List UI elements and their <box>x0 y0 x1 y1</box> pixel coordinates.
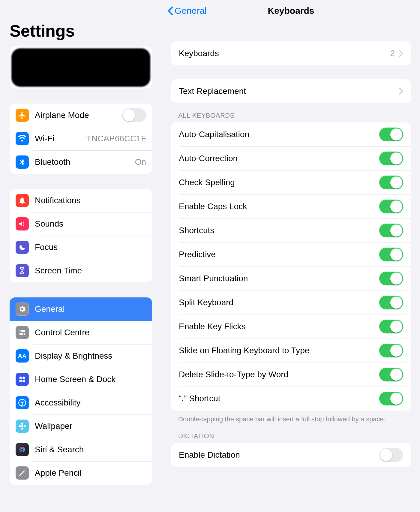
keyboards-count: 2 <box>390 49 395 58</box>
keyflicks-switch[interactable] <box>379 320 403 333</box>
keyboards-group: Keyboards 2 <box>171 41 411 65</box>
display-label: Display & Brightness <box>35 351 146 361</box>
pencil-icon <box>16 466 29 480</box>
svg-rect-5 <box>22 377 25 379</box>
focus-label: Focus <box>35 242 146 252</box>
autocap-switch[interactable] <box>379 128 403 141</box>
deleteslide-switch[interactable] <box>379 368 403 381</box>
enable-dictation-switch[interactable] <box>379 448 403 462</box>
dictation-group: Enable Dictation <box>171 443 411 467</box>
settings-sidebar: Settings Airplane Mode Wi-Fi TNCAP66CC1F… <box>0 0 162 512</box>
enable-dictation-row: Enable Dictation <box>171 443 411 467</box>
bluetooth-icon <box>16 155 29 169</box>
back-label: General <box>175 6 207 16</box>
smartpunc-label: Smart Punctuation <box>179 274 379 283</box>
autocorr-switch[interactable] <box>379 152 403 165</box>
enable-dictation-label: Enable Dictation <box>179 450 379 460</box>
text-replacement-row[interactable]: Text Replacement <box>171 79 411 103</box>
wifi-icon <box>16 132 29 145</box>
split-label: Split Keyboard <box>179 298 379 307</box>
split-switch[interactable] <box>379 296 403 309</box>
sidebar-item-display[interactable]: AA Display & Brightness <box>10 344 152 368</box>
sidebar-item-notifications[interactable]: Notifications <box>10 189 152 212</box>
svg-point-10 <box>21 425 23 427</box>
keyboards-row[interactable]: Keyboards 2 <box>171 41 411 65</box>
back-button[interactable]: General <box>167 6 207 16</box>
sidebar-item-accessibility[interactable]: Accessibility <box>10 391 152 414</box>
general-label: General <box>35 304 146 314</box>
sounds-label: Sounds <box>35 219 146 229</box>
airplane-switch[interactable] <box>122 108 146 122</box>
shortcuts-row: Shortcuts <box>171 218 411 242</box>
display-icon: AA <box>16 349 29 363</box>
predictive-switch[interactable] <box>379 248 403 261</box>
dotshortcut-switch[interactable] <box>379 392 403 405</box>
svg-point-3 <box>23 333 24 335</box>
shortcuts-switch[interactable] <box>379 224 403 237</box>
svg-point-16 <box>21 448 23 451</box>
applepencil-label: Apple Pencil <box>35 468 146 478</box>
moon-icon <box>16 241 29 254</box>
spell-switch[interactable] <box>379 176 403 189</box>
siri-icon <box>16 443 29 456</box>
autocap-label: Auto-Capitalisation <box>179 130 379 139</box>
wallpaper-label: Wallpaper <box>35 421 146 431</box>
deleteslide-row: Delete Slide-to-Type by Word <box>171 363 411 387</box>
controlcentre-label: Control Centre <box>35 328 146 337</box>
slidefloat-label: Slide on Floating Keyboard to Type <box>179 346 379 355</box>
sidebar-item-airplane[interactable]: Airplane Mode <box>10 104 152 127</box>
slidefloat-switch[interactable] <box>379 344 403 357</box>
chevron-right-icon <box>399 50 403 57</box>
sidebar-item-homescreen[interactable]: Home Screen & Dock <box>10 368 152 391</box>
autocorr-label: Auto-Correction <box>179 154 379 163</box>
sidebar-item-controlcentre[interactable]: Control Centre <box>10 321 152 344</box>
sidebar-item-wallpaper[interactable]: Wallpaper <box>10 414 152 438</box>
slidefloat-row: Slide on Floating Keyboard to Type <box>171 339 411 363</box>
accessibility-icon <box>16 396 29 409</box>
sidebar-item-applepencil[interactable]: Apple Pencil <box>10 461 152 485</box>
flower-icon <box>16 420 29 433</box>
accessibility-label: Accessibility <box>35 398 146 408</box>
sidebar-item-general[interactable]: General <box>10 297 152 321</box>
deleteslide-label: Delete Slide-to-Type by Word <box>179 370 379 379</box>
autocorr-row: Auto-Correction <box>171 146 411 170</box>
wifi-value: TNCAP66CC1F <box>86 134 146 143</box>
spell-label: Check Spelling <box>179 178 379 187</box>
sidebar-item-focus[interactable]: Focus <box>10 236 152 259</box>
wifi-label: Wi-Fi <box>35 134 86 143</box>
detail-content: Keyboards 2 Text Replacement ALL KEYBOAR… <box>162 22 420 485</box>
hourglass-icon <box>16 264 29 277</box>
homescreen-label: Home Screen & Dock <box>35 375 146 384</box>
dictation-header: DICTATION <box>178 432 411 440</box>
capslock-switch[interactable] <box>379 200 403 213</box>
bell-icon <box>16 194 29 207</box>
all-keyboards-group: Auto-CapitalisationAuto-CorrectionCheck … <box>171 122 411 411</box>
svg-point-9 <box>22 400 23 402</box>
sidebar-item-wifi[interactable]: Wi-Fi TNCAP66CC1F <box>10 127 152 150</box>
sidebar-item-screentime[interactable]: Screen Time <box>10 259 152 282</box>
siri-label: Siri & Search <box>35 445 146 454</box>
dotshortcut-row: “.” Shortcut <box>171 387 411 411</box>
profile-card[interactable] <box>10 47 152 89</box>
svg-point-11 <box>21 423 23 425</box>
screentime-label: Screen Time <box>35 266 146 276</box>
keyboards-label: Keyboards <box>179 49 390 58</box>
airplane-label: Airplane Mode <box>35 110 122 120</box>
bluetooth-value: On <box>135 157 146 167</box>
spell-row: Check Spelling <box>171 170 411 194</box>
smartpunc-switch[interactable] <box>379 272 403 285</box>
svg-rect-7 <box>22 380 25 382</box>
shortcuts-label: Shortcuts <box>179 226 379 235</box>
notifications-label: Notifications <box>35 196 146 205</box>
sidebar-item-bluetooth[interactable]: Bluetooth On <box>10 150 152 174</box>
keyflicks-label: Enable Key Flicks <box>179 322 379 331</box>
settings-title: Settings <box>10 21 152 41</box>
text-replacement-label: Text Replacement <box>179 86 399 96</box>
svg-rect-4 <box>20 377 22 379</box>
dot-shortcut-footer: Double-tapping the space bar will insert… <box>178 415 404 424</box>
sidebar-item-sounds[interactable]: Sounds <box>10 212 152 236</box>
sidebar-item-siri[interactable]: Siri & Search <box>10 438 152 461</box>
svg-point-12 <box>21 428 23 430</box>
autocap-row: Auto-Capitalisation <box>171 122 411 146</box>
chevron-left-icon <box>167 6 173 15</box>
